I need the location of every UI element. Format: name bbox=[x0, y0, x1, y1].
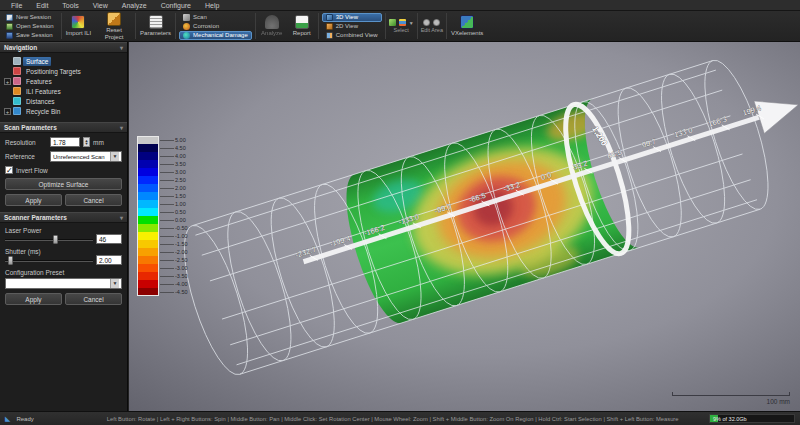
laser-power-input[interactable] bbox=[96, 234, 122, 244]
resolution-spinner[interactable]: ▲▼ bbox=[83, 137, 90, 147]
parameters-icon bbox=[149, 15, 163, 29]
legend-band: -2.00 bbox=[137, 248, 188, 256]
legend-label: 4.50 bbox=[175, 144, 186, 152]
parameters-button[interactable]: Parameters bbox=[137, 11, 174, 41]
legend-swatch bbox=[137, 232, 159, 240]
scanner-parameters-panel-header[interactable]: Scanner Parameters ▾ bbox=[0, 212, 127, 223]
scanner-parameters-collapse-icon[interactable]: ▾ bbox=[120, 214, 123, 221]
legend-swatch bbox=[137, 136, 159, 144]
reference-select[interactable]: Unreferenced Scan ▼ bbox=[50, 151, 122, 162]
legend-band: -4.00 bbox=[137, 280, 188, 288]
legend-swatch bbox=[137, 264, 159, 272]
menu-configure[interactable]: Configure bbox=[154, 2, 198, 9]
tree-item-label: Features bbox=[23, 77, 55, 86]
reset-project-icon bbox=[107, 12, 121, 26]
tree-item-recycle-bin[interactable]: +Recycle Bin bbox=[2, 106, 127, 116]
tree-item-distances[interactable]: Distances bbox=[2, 96, 127, 106]
legend-label: -4.00 bbox=[175, 280, 188, 288]
legend-band: 1.00 bbox=[137, 200, 188, 208]
reset-project-button[interactable]: Reset Project bbox=[94, 11, 134, 41]
legend-label: 2.50 bbox=[175, 176, 186, 184]
legend-band: 3.00 bbox=[137, 168, 188, 176]
tree-item-positioning-targets[interactable]: Positioning Targets bbox=[2, 66, 127, 76]
legend-band: -1.00 bbox=[137, 232, 188, 240]
menu-analyze[interactable]: Analyze bbox=[115, 2, 154, 9]
tree-expander bbox=[4, 68, 11, 75]
navigation-collapse-icon[interactable]: ▾ bbox=[120, 44, 123, 51]
legend-band: -1.50 bbox=[137, 240, 188, 248]
edit-area-icon-2 bbox=[433, 19, 440, 26]
tree-expander[interactable]: + bbox=[4, 108, 11, 115]
menu-help[interactable]: Help bbox=[198, 2, 226, 9]
legend-label: -0.50 bbox=[175, 224, 188, 232]
scan-apply-button[interactable]: Apply bbox=[5, 194, 62, 206]
legend-label: 2.00 bbox=[175, 184, 186, 192]
import-ili-button[interactable]: Import ILI bbox=[63, 11, 94, 41]
legend-swatch bbox=[137, 200, 159, 208]
configuration-preset-select[interactable]: ▼ bbox=[5, 278, 122, 289]
scanner-cancel-button[interactable]: Cancel bbox=[65, 293, 122, 305]
reference-dropdown-arrow[interactable]: ▼ bbox=[110, 152, 119, 161]
tree-item-surface[interactable]: Surface bbox=[2, 56, 127, 66]
view-3d-button[interactable]: 3D View bbox=[322, 13, 382, 22]
open-session-button[interactable]: Open Session bbox=[2, 22, 58, 31]
tree-expander bbox=[4, 58, 11, 65]
view-combined-icon bbox=[326, 32, 333, 39]
legend-label: 0.00 bbox=[175, 216, 186, 224]
application-window: FileEditToolsViewAnalyzeConfigureHelp Ne… bbox=[0, 0, 800, 425]
pipe-3d-scene[interactable]: 1,200 -232.7-199.4-166.2-133.0-99.7-66.5… bbox=[129, 42, 800, 411]
optimize-surface-button[interactable]: Optimize Surface bbox=[5, 178, 122, 190]
viewport-3d[interactable]: 1,200 -232.7-199.4-166.2-133.0-99.7-66.5… bbox=[129, 42, 800, 411]
select-layers-icon[interactable] bbox=[399, 19, 406, 26]
scan-parameters-collapse-icon[interactable]: ▾ bbox=[120, 124, 123, 131]
navigation-panel-header[interactable]: Navigation ▾ bbox=[0, 42, 127, 53]
new-session-button[interactable]: New Session bbox=[2, 13, 58, 22]
legend-swatch bbox=[137, 288, 159, 296]
ili-features-icon bbox=[13, 87, 21, 95]
legend-swatch bbox=[137, 192, 159, 200]
analyze-button[interactable]: Analyze bbox=[257, 11, 287, 41]
tree-expander[interactable]: + bbox=[4, 78, 11, 85]
select-tool-group[interactable]: ▼ Select bbox=[387, 11, 416, 41]
legend-band: 4.50 bbox=[137, 144, 188, 152]
edit-area-group[interactable]: Edit Area bbox=[419, 11, 445, 41]
scan-mode-button[interactable]: Scan bbox=[179, 13, 252, 22]
report-icon bbox=[295, 15, 309, 29]
scan-icon bbox=[183, 14, 190, 21]
shutter-slider[interactable] bbox=[5, 255, 93, 265]
tree-item-label: Recycle Bin bbox=[23, 107, 63, 116]
menu-view[interactable]: View bbox=[86, 2, 115, 9]
select-freeform-icon[interactable] bbox=[389, 19, 396, 26]
corrosion-mode-button[interactable]: Corrosion bbox=[179, 22, 252, 31]
tree-item-ili-features[interactable]: ILI Features bbox=[2, 86, 127, 96]
resolution-input[interactable] bbox=[50, 137, 80, 147]
save-session-icon bbox=[6, 32, 13, 39]
report-button[interactable]: Report bbox=[287, 11, 317, 41]
laser-power-slider[interactable] bbox=[5, 234, 93, 244]
shutter-input[interactable] bbox=[96, 255, 122, 265]
tree-item-features[interactable]: +Features bbox=[2, 76, 127, 86]
invert-flow-checkbox[interactable] bbox=[5, 166, 13, 174]
view-combined-button[interactable]: Combined View bbox=[322, 31, 382, 40]
legend-band: 4.00 bbox=[137, 152, 188, 160]
scan-parameters-panel-header[interactable]: Scan Parameters ▾ bbox=[0, 122, 127, 133]
menu-edit[interactable]: Edit bbox=[29, 2, 55, 9]
edit-area-icon-1 bbox=[423, 19, 430, 26]
menu-tools[interactable]: Tools bbox=[55, 2, 85, 9]
select-dropdown-arrow[interactable]: ▼ bbox=[409, 20, 414, 26]
new-session-icon bbox=[6, 14, 13, 21]
vxelements-button[interactable]: VXelements bbox=[448, 11, 486, 41]
legend-swatch bbox=[137, 248, 159, 256]
tree-expander bbox=[4, 98, 11, 105]
recycle-bin-icon bbox=[13, 107, 21, 115]
configuration-preset-dropdown-arrow[interactable]: ▼ bbox=[110, 279, 119, 288]
legend-label: -2.50 bbox=[175, 256, 188, 264]
legend-band: -4.50 bbox=[137, 288, 188, 296]
mechanical-damage-mode-button[interactable]: Mechanical Damage bbox=[179, 31, 252, 40]
view-2d-button[interactable]: 2D View bbox=[322, 22, 382, 31]
scan-cancel-button[interactable]: Cancel bbox=[65, 194, 122, 206]
scanner-apply-button[interactable]: Apply bbox=[5, 293, 62, 305]
open-session-icon bbox=[6, 23, 13, 30]
menu-file[interactable]: File bbox=[4, 2, 29, 9]
save-session-button[interactable]: Save Session bbox=[2, 31, 58, 40]
